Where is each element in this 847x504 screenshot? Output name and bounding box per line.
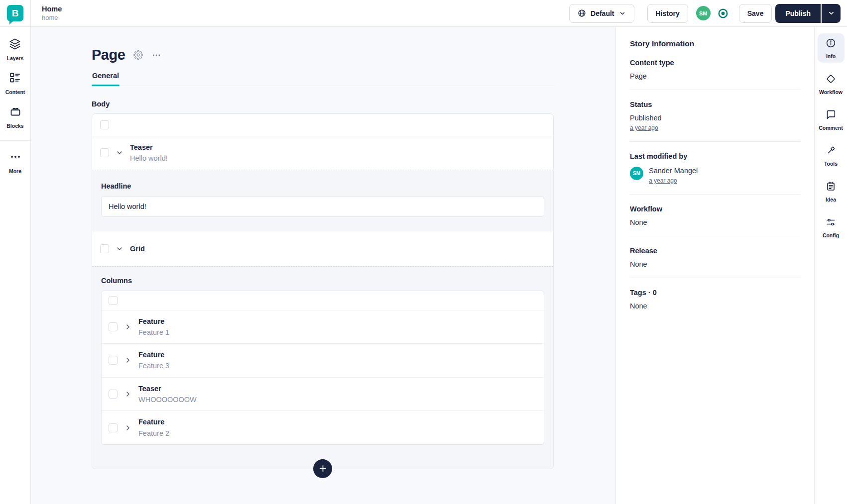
- history-button[interactable]: History: [647, 4, 688, 23]
- rail-item-tools[interactable]: Tools: [818, 141, 845, 170]
- publish-dropdown-button[interactable]: [822, 4, 841, 23]
- status-section: Status Published a year ago: [630, 90, 800, 142]
- rail-item-comment[interactable]: Comment: [818, 105, 845, 134]
- block-preview: Feature 1: [138, 327, 169, 337]
- tab-general[interactable]: General: [92, 72, 120, 86]
- headline-input[interactable]: [101, 196, 544, 217]
- story-heading: Home home: [31, 5, 62, 21]
- tags-label: Tags · 0: [630, 289, 800, 297]
- workflow-section: Workflow None: [630, 195, 800, 236]
- editor-tabs: General: [92, 72, 554, 86]
- chevron-right-icon[interactable]: [124, 356, 132, 364]
- top-header: B Home home Default History SM Save Publ…: [0, 0, 847, 27]
- chevron-down-icon[interactable]: [116, 245, 123, 253]
- headline-field-label: Headline: [101, 182, 544, 190]
- ellipsis-menu-icon[interactable]: [151, 50, 161, 60]
- plus-icon: [319, 464, 327, 473]
- block-checkbox[interactable]: [100, 148, 109, 157]
- language-selector-button[interactable]: Default: [569, 4, 634, 23]
- block-checkbox[interactable]: [109, 423, 118, 432]
- rail-item-config[interactable]: Config: [818, 212, 845, 242]
- story-information-panel: Story Information Content type Page Stat…: [615, 27, 814, 504]
- block-preview: Hello world!: [130, 153, 168, 163]
- tags-value: None: [630, 302, 800, 310]
- left-navigation-rail: Layers Content Blocks More: [0, 27, 31, 504]
- block-checkbox[interactable]: [109, 390, 118, 399]
- panel-title: Story Information: [630, 39, 800, 48]
- history-button-label: History: [656, 9, 680, 17]
- block-preview: Feature 2: [138, 428, 169, 438]
- info-icon: [826, 38, 836, 50]
- body-blocks-card: Teaser Hello world! Headline Grid Column…: [92, 113, 554, 469]
- presence-indicator-icon[interactable]: [717, 7, 729, 19]
- content-type-label: Content type: [630, 59, 800, 67]
- sidebar-item-layers[interactable]: Layers: [7, 38, 24, 61]
- grid-block-row[interactable]: Grid: [92, 231, 553, 266]
- column-block-row[interactable]: Feature Feature 3: [102, 344, 544, 378]
- sidebar-item-more[interactable]: More: [9, 151, 21, 174]
- publish-button[interactable]: Publish: [775, 4, 821, 23]
- sidebar-item-label: Layers: [7, 55, 24, 61]
- teaser-expanded-section: Headline: [92, 170, 553, 231]
- chevron-right-icon[interactable]: [124, 424, 132, 432]
- grid-expanded-section: Columns Feature Feature 1: [92, 266, 553, 460]
- comment-bubble-icon: [826, 109, 836, 122]
- workflow-diamond-icon: [826, 74, 836, 86]
- rail-item-workflow[interactable]: Workflow: [818, 69, 845, 99]
- sidebar-divider: [0, 140, 31, 141]
- rail-item-label: Info: [826, 53, 836, 59]
- user-avatar[interactable]: SM: [696, 6, 711, 20]
- sidebar-item-label: Content: [5, 89, 25, 95]
- block-checkbox[interactable]: [109, 356, 118, 365]
- body-field-label: Body: [92, 100, 554, 108]
- save-button-label: Save: [747, 9, 764, 17]
- storyblok-logo-letter: B: [12, 8, 19, 19]
- block-name: Feature: [138, 350, 169, 360]
- modified-by-name: Sander Mangel: [649, 167, 698, 175]
- modified-time-link[interactable]: a year ago: [649, 177, 677, 184]
- story-slug: home: [42, 14, 62, 21]
- sidebar-item-blocks[interactable]: Blocks: [6, 105, 23, 129]
- rail-item-label: Tools: [824, 161, 838, 167]
- storyblok-logo[interactable]: B: [7, 5, 23, 21]
- status-value: Published: [630, 114, 800, 122]
- editor-main-area: Page General Body Teaser: [31, 27, 615, 504]
- sidebar-item-content[interactable]: Content: [5, 72, 25, 95]
- content-type-section: Content type Page: [630, 48, 800, 90]
- select-all-row: [102, 291, 544, 310]
- page-title: Page: [92, 47, 125, 63]
- block-checkbox[interactable]: [100, 244, 109, 253]
- chevron-right-icon[interactable]: [124, 323, 132, 331]
- teaser-block-row[interactable]: Teaser Hello world!: [92, 136, 553, 170]
- columns-field-label: Columns: [101, 277, 544, 285]
- save-button[interactable]: Save: [739, 4, 772, 23]
- column-block-row[interactable]: Teaser WHOOOOOOOW: [102, 378, 544, 411]
- chevron-down-icon[interactable]: [116, 149, 123, 157]
- rail-item-info[interactable]: Info: [818, 33, 845, 63]
- block-preview: Feature 3: [138, 361, 169, 371]
- page-title-row: Page: [92, 27, 554, 63]
- column-block-row[interactable]: Feature Feature 2: [102, 411, 544, 444]
- columns-card: Feature Feature 1 Feature Feature 3: [101, 291, 544, 445]
- status-time-link[interactable]: a year ago: [630, 124, 658, 131]
- rail-item-label: Workflow: [819, 89, 843, 95]
- chevron-down-icon: [828, 9, 835, 17]
- more-dots-icon: [9, 151, 21, 165]
- column-block-row[interactable]: Feature Feature 1: [102, 310, 544, 344]
- add-block-button[interactable]: [313, 459, 332, 478]
- rail-item-label: Config: [823, 232, 839, 238]
- select-all-checkbox[interactable]: [109, 296, 118, 305]
- gear-icon[interactable]: [133, 50, 143, 60]
- rail-item-label: Idea: [826, 197, 836, 202]
- chevron-right-icon[interactable]: [124, 390, 132, 398]
- logo-cell: B: [0, 0, 31, 26]
- notepad-icon: [826, 181, 836, 194]
- select-all-checkbox[interactable]: [100, 120, 109, 129]
- content-type-value: Page: [630, 72, 800, 80]
- release-section: Release None: [630, 236, 800, 278]
- block-brick-icon: [9, 105, 21, 119]
- status-label: Status: [630, 101, 800, 108]
- rail-item-idea[interactable]: Idea: [818, 177, 845, 206]
- workflow-value: None: [630, 218, 800, 226]
- block-checkbox[interactable]: [109, 322, 118, 331]
